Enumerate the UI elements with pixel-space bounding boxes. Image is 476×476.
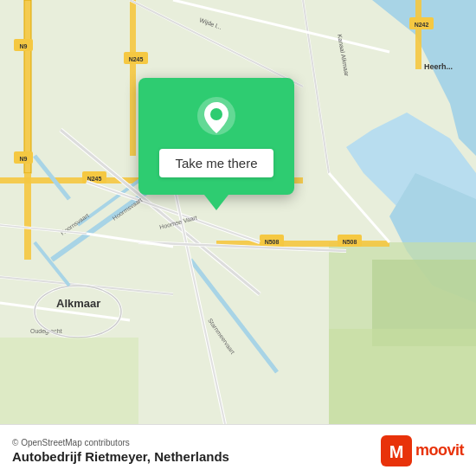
svg-rect-6 [24,0,31,173]
popup-overlay: Take me there [121,78,312,210]
place-name: Autobedrijf Rietmeyer, Netherlands [12,449,229,464]
svg-text:N508: N508 [265,239,280,245]
osm-credit: © OpenStreetMap contributors [12,438,229,447]
svg-text:N508: N508 [343,239,357,245]
svg-text:Alkmaar: Alkmaar [56,297,100,310]
svg-point-69 [210,108,222,120]
svg-text:Heerh...: Heerh... [424,62,453,71]
moovit-logo: M moovit [381,435,464,466]
svg-text:N245: N245 [87,176,102,182]
bottom-left: © OpenStreetMap contributors Autobedrijf… [12,438,229,464]
location-pin-icon [196,95,237,137]
svg-text:N9: N9 [20,43,28,49]
svg-rect-58 [0,338,138,424]
svg-rect-10 [24,173,31,260]
popup-box: Take me there [138,78,294,195]
popup-arrow [204,195,228,210]
svg-text:N242: N242 [415,22,429,28]
svg-rect-21 [415,0,421,69]
map-container: N9 N9 N245 N245 N245 N242 N508 N508 [0,0,476,424]
moovit-icon: M [381,435,412,466]
take-me-there-button[interactable]: Take me there [159,149,273,177]
svg-text:N9: N9 [20,156,28,162]
svg-text:M: M [389,442,404,461]
svg-rect-59 [329,329,476,424]
svg-text:N245: N245 [129,56,144,62]
bottom-bar: © OpenStreetMap contributors Autobedrijf… [0,424,476,476]
moovit-text: moovit [415,441,464,460]
